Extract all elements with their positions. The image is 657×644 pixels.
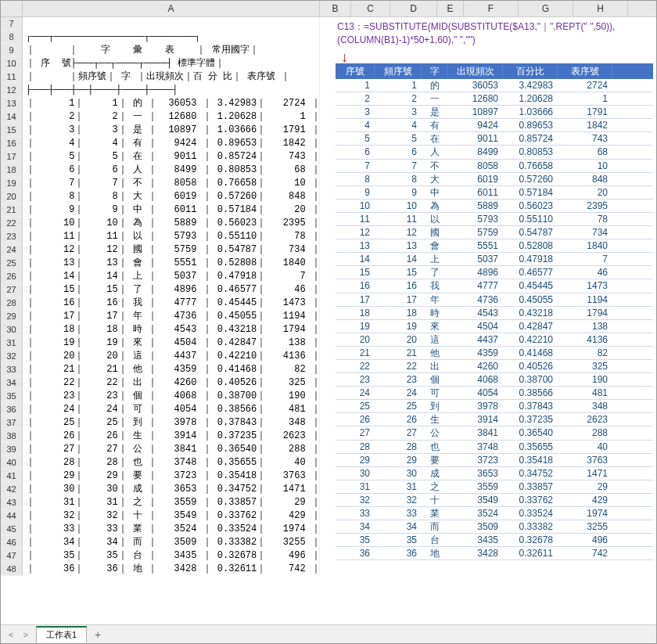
tab-next-icon[interactable]: > <box>18 630 32 639</box>
parsed-cell[interactable]: 1794 <box>558 307 612 319</box>
row-number[interactable]: 12 <box>1 84 23 97</box>
cell-A7[interactable] <box>23 17 320 31</box>
parsed-cell[interactable]: 17 <box>375 293 422 306</box>
parsed-cell[interactable]: 2623 <box>558 413 612 426</box>
parsed-cell[interactable]: 0.38566 <box>503 387 558 399</box>
parsed-cell[interactable]: 3748 <box>448 441 503 453</box>
parsed-cell[interactable]: 0.35655 <box>503 441 558 453</box>
parsed-cell[interactable]: 3435 <box>448 534 503 546</box>
cell-A17[interactable]: ｜ 5｜ 5｜ 在 ｜ 9011 ｜ 0.85724｜ 743 ｜ <box>23 150 320 164</box>
cell-A18[interactable]: ｜ 6｜ 6｜ 人 ｜ 8499 ｜ 0.80853｜ 68 ｜ <box>23 164 320 177</box>
cell-A12[interactable]: ├───┼───┼──┼────┼────┼────┤ <box>23 84 320 97</box>
parsed-cell[interactable]: 0.40526 <box>503 360 558 372</box>
cell-A45[interactable]: ｜ 33｜ 33｜ 業 ｜ 3524 ｜ 0.33524｜ 1974 ｜ <box>23 523 320 536</box>
cell-A26[interactable]: ｜ 14｜ 14｜ 上 ｜ 5037 ｜ 0.47918｜ 7 ｜ <box>23 270 320 283</box>
parsed-cell[interactable]: 34 <box>336 520 375 533</box>
parsed-cell[interactable]: 人 <box>422 146 448 158</box>
tab-prev-icon[interactable]: < <box>4 630 18 639</box>
parsed-cell[interactable]: 32 <box>375 494 422 506</box>
row-number[interactable]: 24 <box>1 243 23 257</box>
parsed-cell[interactable]: 10 <box>375 200 422 212</box>
parsed-cell[interactable]: 0.45445 <box>503 279 558 292</box>
row-number[interactable]: 37 <box>1 416 23 430</box>
parsed-cell[interactable]: 0.33382 <box>503 520 558 533</box>
parsed-cell[interactable]: 國 <box>422 226 448 239</box>
cell-A43[interactable]: ｜ 31｜ 31｜ 之 ｜ 3559 ｜ 0.33857｜ 29 ｜ <box>23 496 320 509</box>
parsed-cell[interactable]: 0.45055 <box>503 293 558 306</box>
parsed-cell[interactable]: 6 <box>336 146 375 158</box>
parsed-cell[interactable]: 1 <box>336 79 375 92</box>
parsed-cell[interactable]: 我 <box>422 279 448 292</box>
parsed-cell[interactable]: 30 <box>336 467 375 480</box>
parsed-cell[interactable]: 1 <box>375 79 422 92</box>
parsed-cell[interactable]: 3841 <box>448 426 503 439</box>
parsed-cell[interactable]: 36053 <box>448 79 503 92</box>
parsed-cell[interactable]: 4777 <box>448 279 503 292</box>
parsed-cell[interactable]: 26 <box>336 413 375 426</box>
row-number[interactable]: 17 <box>1 150 23 164</box>
parsed-cell[interactable]: 7 <box>336 160 375 172</box>
parsed-cell[interactable]: 3428 <box>448 547 503 559</box>
parsed-cell[interactable]: 10897 <box>448 106 503 118</box>
parsed-cell[interactable]: 21 <box>336 347 375 359</box>
parsed-cell[interactable]: 0.56023 <box>503 200 558 212</box>
parsed-cell[interactable]: 31 <box>336 480 375 493</box>
parsed-cell[interactable]: 7 <box>375 160 422 172</box>
parsed-cell[interactable]: 是 <box>422 106 448 118</box>
parsed-cell[interactable]: 0.80853 <box>503 146 558 158</box>
row-number[interactable]: 38 <box>1 430 23 443</box>
row-number[interactable]: 31 <box>1 336 23 350</box>
cell-A20[interactable]: ｜ 8｜ 8｜ 大 ｜ 6019 ｜ 0.57260｜ 848 ｜ <box>23 190 320 203</box>
cell-A21[interactable]: ｜ 9｜ 9｜ 中 ｜ 6011 ｜ 0.57184｜ 20 ｜ <box>23 203 320 217</box>
parsed-cell[interactable]: 8058 <box>448 160 503 172</box>
parsed-cell[interactable]: 了 <box>422 266 448 279</box>
parsed-cell[interactable]: 不 <box>422 160 448 172</box>
parsed-cell[interactable]: 28 <box>375 441 422 453</box>
parsed-cell[interactable]: 1.20628 <box>503 92 558 105</box>
parsed-cell[interactable]: 5793 <box>448 213 503 225</box>
parsed-cell[interactable]: 4736 <box>448 293 503 306</box>
row-number[interactable]: 9 <box>1 44 23 57</box>
cell-A28[interactable]: ｜ 16｜ 16｜ 我 ｜ 4777 ｜ 0.45445｜ 1473 ｜ <box>23 297 320 310</box>
parsed-cell[interactable]: 4896 <box>448 266 503 279</box>
parsed-cell[interactable]: 4068 <box>448 373 503 386</box>
parsed-cell[interactable]: 1842 <box>558 119 612 131</box>
row-number[interactable]: 34 <box>1 376 23 390</box>
row-number[interactable]: 29 <box>1 310 23 323</box>
parsed-cell[interactable]: 24 <box>375 387 422 399</box>
parsed-cell[interactable]: 34 <box>375 520 422 533</box>
parsed-cell[interactable]: 17 <box>336 293 375 306</box>
parsed-cell[interactable]: 0.33762 <box>503 494 558 506</box>
cell-A11[interactable]: ｜ ｜頻序號｜ 字 ｜出現頻次｜百 分 比｜ 表序號 ｜ <box>23 70 320 84</box>
parsed-cell[interactable]: 一 <box>422 92 448 105</box>
parsed-cell[interactable]: 來 <box>422 320 448 333</box>
parsed-cell[interactable]: 13 <box>375 239 422 252</box>
parsed-cell[interactable]: 6019 <box>448 173 503 185</box>
row-number[interactable]: 15 <box>1 124 23 137</box>
column-header-A[interactable]: A <box>23 1 320 16</box>
row-number[interactable]: 10 <box>1 57 23 70</box>
cell-A31[interactable]: ｜ 19｜ 19｜ 來 ｜ 4504 ｜ 0.42847｜ 138 ｜ <box>23 336 320 350</box>
parsed-cell[interactable]: 他 <box>422 347 448 359</box>
parsed-cell[interactable]: 23 <box>336 373 375 386</box>
parsed-cell[interactable]: 496 <box>558 534 612 546</box>
parsed-cell[interactable]: 3509 <box>448 520 503 533</box>
parsed-cell[interactable]: 16 <box>375 279 422 292</box>
parsed-cell[interactable]: 3255 <box>558 520 612 533</box>
parsed-cell[interactable]: 19 <box>336 320 375 333</box>
parsed-cell[interactable]: 4136 <box>558 333 612 346</box>
parsed-cell[interactable]: 429 <box>558 494 612 506</box>
parsed-cell[interactable]: 0.32611 <box>503 547 558 559</box>
parsed-cell[interactable]: 6 <box>375 146 422 158</box>
parsed-cell[interactable]: 3914 <box>448 413 503 426</box>
parsed-cell[interactable]: 734 <box>558 226 612 239</box>
row-number[interactable]: 30 <box>1 323 23 336</box>
parsed-cell[interactable]: 36 <box>336 547 375 559</box>
row-number[interactable]: 40 <box>1 456 23 470</box>
parsed-cell[interactable]: 29 <box>558 480 612 493</box>
cell-A16[interactable]: ｜ 4｜ 4｜ 有 ｜ 9424 ｜ 0.89653｜ 1842 ｜ <box>23 137 320 150</box>
parsed-cell[interactable]: 40 <box>558 441 612 453</box>
parsed-cell[interactable]: 4437 <box>448 333 503 346</box>
row-number[interactable]: 25 <box>1 257 23 270</box>
parsed-cell[interactable]: 27 <box>336 426 375 439</box>
